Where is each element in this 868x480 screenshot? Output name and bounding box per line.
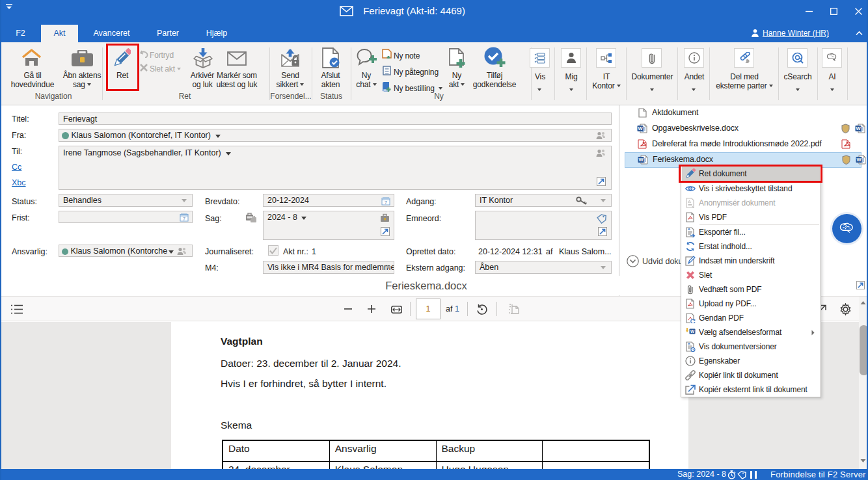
svg-text:W: W (856, 126, 861, 131)
svg-text:7: 7 (183, 217, 185, 221)
svg-text:7: 7 (385, 200, 387, 205)
svg-text:W: W (857, 157, 862, 163)
svg-text:W: W (639, 157, 644, 163)
svg-text:W: W (690, 329, 695, 334)
svg-text:W: W (638, 126, 644, 131)
